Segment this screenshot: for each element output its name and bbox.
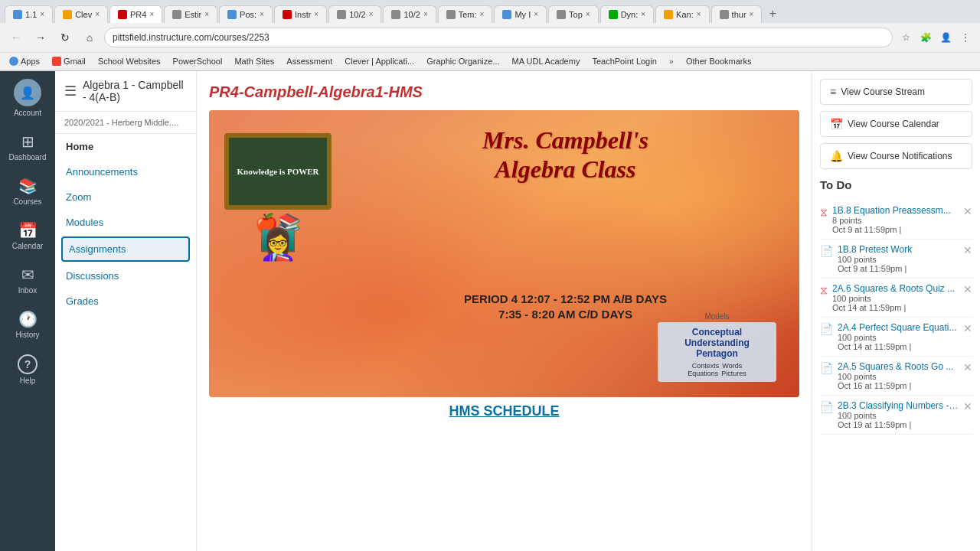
- todo-title-2[interactable]: 2A.6 Squares & Roots Quiz ...: [832, 283, 959, 294]
- tab-clev[interactable]: Clev×: [54, 5, 108, 23]
- tab-thur[interactable]: thur×: [711, 5, 763, 23]
- todo-title-0[interactable]: 1B.8 Equation Preassessm...: [832, 205, 959, 216]
- sidebar-item-account[interactable]: 👤 Account: [0, 71, 55, 125]
- view-course-calendar-button[interactable]: 📅 View Course Calendar: [820, 111, 972, 137]
- nav-home[interactable]: Home: [55, 134, 196, 159]
- bookmark-maudl[interactable]: MA UDL Academy: [509, 55, 583, 67]
- tab-1[interactable]: 1.1×: [5, 5, 53, 23]
- tab-dyn[interactable]: Dyn:×: [600, 5, 654, 23]
- profile-icon[interactable]: 👤: [937, 29, 954, 46]
- todo-item-1: 📄 1B.8 Pretest Work 100 points Oct 9 at …: [820, 240, 972, 279]
- view-course-notifications-button[interactable]: 🔔 View Course Notifications: [820, 143, 972, 169]
- tab-myi-close[interactable]: ×: [534, 10, 538, 18]
- hms-schedule-area: HMS SCHEDULE: [209, 403, 799, 419]
- bookmark-powerschool[interactable]: PowerSchool: [170, 55, 226, 67]
- todo-title-3[interactable]: 2A.4 Perfect Square Equati...: [838, 322, 959, 333]
- tab-top[interactable]: Top×: [548, 5, 599, 23]
- tab-102a[interactable]: 10/2×: [328, 5, 381, 23]
- todo-close-4[interactable]: ✕: [963, 361, 972, 373]
- todo-item-3: 📄 2A.4 Perfect Square Equati... 100 poin…: [820, 318, 972, 357]
- extension-icon[interactable]: 🧩: [917, 29, 934, 46]
- sidebar-history-label: History: [15, 331, 39, 339]
- sidebar-item-calendar[interactable]: 📅 Calendar: [0, 214, 55, 258]
- tab-tem[interactable]: Tem:×: [438, 5, 493, 23]
- tab-instr-close[interactable]: ×: [314, 10, 318, 18]
- course-navigation: ☰ Algebra 1 - Campbell - 4(A-B) 2020/202…: [55, 71, 197, 551]
- tab-top-close[interactable]: ×: [586, 10, 590, 18]
- reload-button[interactable]: ↻: [55, 28, 75, 47]
- tab-estir-close[interactable]: ×: [204, 10, 209, 18]
- sidebar-help-label: Help: [20, 377, 36, 385]
- bookmark-other[interactable]: Other Bookmarks: [683, 55, 755, 67]
- tab-kan-close[interactable]: ×: [697, 10, 701, 18]
- nav-assignments[interactable]: Assignments: [61, 236, 190, 262]
- tab-dyn-close[interactable]: ×: [641, 10, 645, 18]
- address-bar[interactable]: [104, 28, 893, 47]
- sidebar-item-inbox[interactable]: ✉ Inbox: [0, 258, 55, 302]
- todo-item-4: 📄 2A.5 Squares & Roots Go ... 100 points…: [820, 357, 972, 396]
- pentagon-title: Conceptual Understanding Pentagon: [665, 327, 769, 359]
- menu-icon[interactable]: ⋮: [957, 29, 974, 46]
- tab-kan[interactable]: Kan:×: [655, 5, 709, 23]
- sidebar-item-dashboard[interactable]: ⊞ Dashboard: [0, 125, 55, 169]
- bookmark-teachpoint[interactable]: TeachPoint Login: [589, 55, 659, 67]
- nav-grades[interactable]: Grades: [55, 289, 196, 314]
- help-icon: ?: [18, 354, 38, 374]
- tab-myi[interactable]: My I×: [494, 5, 547, 23]
- tab-pr4[interactable]: PR4×: [109, 5, 162, 23]
- sidebar-item-help[interactable]: ? Help: [0, 347, 55, 393]
- bookmark-clever[interactable]: Clever | Applicati...: [341, 55, 417, 67]
- tab-tem-close[interactable]: ×: [480, 10, 485, 18]
- back-button[interactable]: ←: [6, 28, 26, 47]
- bookmark-gmail[interactable]: Gmail: [49, 55, 89, 67]
- sidebar-item-courses[interactable]: 📚 Courses: [0, 169, 55, 214]
- period-text: PERIOD 4 12:07 - 12:52 PM A/B DAYS: [347, 292, 784, 305]
- tab-1-close[interactable]: ×: [40, 10, 44, 18]
- nav-discussions[interactable]: Discussions: [55, 263, 196, 289]
- course-heading: PR4-Campbell-Algebra1-HMS: [209, 83, 423, 100]
- todo-close-0[interactable]: ✕: [963, 205, 972, 217]
- account-avatar: 👤: [14, 79, 41, 106]
- nav-announcements[interactable]: Announcements: [55, 159, 196, 184]
- todo-item-0: ⧖ 1B.8 Equation Preassessm... 8 points O…: [820, 201, 972, 240]
- todo-close-1[interactable]: ✕: [963, 244, 972, 256]
- hamburger-icon[interactable]: ☰: [64, 83, 77, 99]
- tab-102b-close[interactable]: ×: [423, 10, 428, 18]
- bookmark-school[interactable]: School Websites: [95, 55, 164, 67]
- todo-close-2[interactable]: ✕: [963, 283, 972, 295]
- tab-estir[interactable]: Estir×: [164, 5, 217, 23]
- todo-icon-5: 📄: [820, 401, 833, 413]
- tab-pr4-close[interactable]: ×: [149, 10, 154, 18]
- todo-title-1[interactable]: 1B.8 Pretest Work: [838, 244, 959, 255]
- todo-close-5[interactable]: ✕: [963, 400, 972, 412]
- bookmark-apps[interactable]: Apps: [6, 55, 43, 67]
- nav-modules[interactable]: Modules: [55, 210, 196, 235]
- tab-102a-close[interactable]: ×: [369, 10, 374, 18]
- notifications-btn-icon: 🔔: [830, 150, 843, 162]
- tab-thur-close[interactable]: ×: [750, 10, 754, 18]
- bookmarks-more[interactable]: »: [666, 55, 677, 67]
- title-text-area: Mrs. Campbell's Algebra Class: [347, 126, 784, 184]
- view-course-stream-button[interactable]: ≡ View Course Stream: [820, 79, 972, 105]
- todo-title-4[interactable]: 2A.5 Squares & Roots Go ...: [838, 361, 959, 372]
- tab-pos-close[interactable]: ×: [260, 10, 264, 18]
- sidebar-item-history[interactable]: 🕐 History: [0, 302, 55, 347]
- todo-title-5[interactable]: 2B.3 Classifying Numbers - ...: [838, 400, 959, 411]
- bookmark-graphic[interactable]: Graphic Organize...: [423, 55, 502, 67]
- todo-section: To Do ⧖ 1B.8 Equation Preassessm... 8 po…: [820, 175, 972, 435]
- home-button[interactable]: ⌂: [80, 28, 100, 47]
- bookmark-assessment[interactable]: Assessment: [283, 55, 335, 67]
- bookmark-star-icon[interactable]: ☆: [897, 29, 914, 46]
- tab-clev-close[interactable]: ×: [95, 10, 100, 18]
- nav-zoom[interactable]: Zoom: [55, 184, 196, 210]
- tab-pos[interactable]: Pos:×: [219, 5, 273, 23]
- tab-102b[interactable]: 10/2×: [383, 5, 436, 23]
- bookmark-mathsites[interactable]: Math Sites: [231, 55, 277, 67]
- tab-instr[interactable]: Instr×: [274, 5, 327, 23]
- courses-icon: 📚: [18, 177, 38, 195]
- forward-button[interactable]: →: [31, 28, 51, 47]
- todo-close-3[interactable]: ✕: [963, 322, 972, 334]
- new-tab-button[interactable]: +: [763, 5, 782, 23]
- hms-schedule-link[interactable]: HMS SCHEDULE: [449, 403, 559, 419]
- todo-item-2: ⧖ 2A.6 Squares & Roots Quiz ... 100 poin…: [820, 279, 972, 318]
